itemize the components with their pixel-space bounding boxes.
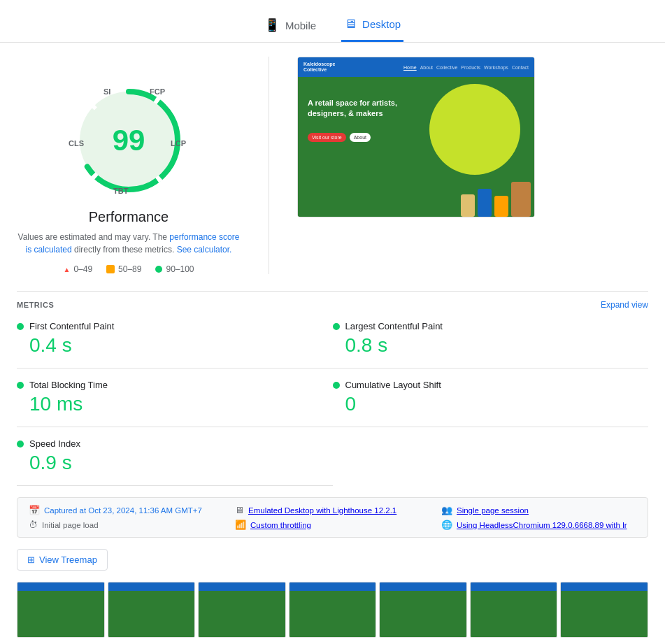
treemap-icon: ⊞	[27, 554, 35, 565]
mobile-icon: 📱	[264, 17, 280, 33]
sc-box-3	[494, 196, 508, 217]
score-legend: ▲ 0–49 50–89 90–100	[63, 264, 194, 274]
sc-body: A retail space for artists,designers, & …	[298, 77, 534, 217]
clock-icon: ⏱	[29, 520, 38, 530]
filmstrip-frame-5	[379, 582, 467, 638]
tab-desktop[interactable]: 🖥 Desktop	[341, 11, 403, 42]
metric-lcp-dot	[333, 323, 340, 330]
initial-load-text: Initial page load	[42, 521, 99, 529]
monitor-icon: 🖥	[235, 505, 244, 515]
main-content: SI FCP CLS LCP TBT	[0, 57, 665, 644]
view-treemap-button[interactable]: ⊞ View Treemap	[17, 549, 108, 571]
metric-tbt: Total Blocking Time 10 ms	[17, 368, 333, 427]
metric-fcp-name: First Contentful Paint	[29, 321, 114, 331]
sc-box-1	[461, 194, 475, 217]
info-emulated: 🖥 Emulated Desktop with Lighthouse 12.2.…	[235, 505, 430, 515]
legend-red-icon: ▲	[63, 266, 70, 273]
metric-si-dot	[17, 441, 24, 448]
sc-box-2	[478, 189, 492, 217]
metric-cls-name: Cumulative Layout Shift	[345, 380, 441, 390]
divider	[269, 57, 269, 274]
wifi-icon: 📶	[235, 520, 246, 530]
metric-cls-dot	[333, 382, 340, 389]
metric-cls: Cumulative Layout Shift 0	[333, 368, 649, 427]
sc-header: KaleidoscopeCollective Home About Collec…	[298, 57, 534, 77]
sc-btn-red: Visit our store	[308, 133, 346, 142]
sc-nav-products: Products	[461, 65, 480, 70]
metric-si: Speed Index 0.9 s	[17, 427, 333, 486]
tab-mobile[interactable]: 📱 Mobile	[262, 12, 319, 41]
sc-buttons: Visit our store About	[308, 133, 371, 142]
info-initial-load: ⏱ Initial page load	[29, 520, 224, 530]
filmstrip	[17, 582, 648, 638]
screenshot-preview: KaleidoscopeCollective Home About Collec…	[297, 57, 535, 217]
sc-headline: A retail space for artists,designers, & …	[308, 98, 397, 120]
metric-fcp-value: 0.4 s	[17, 334, 333, 357]
metric-si-value: 0.9 s	[17, 452, 333, 474]
metric-tbt-value: 10 ms	[17, 393, 333, 415]
gauge-score: 99	[113, 124, 145, 157]
sc-products	[461, 182, 531, 217]
metric-empty	[333, 427, 649, 486]
filmstrip-frame-1	[17, 582, 105, 638]
info-session: 👥 Single page session	[441, 505, 636, 515]
desktop-icon: 🖥	[344, 17, 357, 31]
sc-circle	[429, 84, 520, 175]
metrics-header: METRICS Expand view	[17, 291, 648, 310]
gauge-container: SI FCP CLS LCP TBT	[66, 78, 192, 203]
sc-nav-contact: Contact	[512, 65, 529, 70]
info-bar: 📅 Captured at Oct 23, 2024, 11:36 AM GMT…	[17, 497, 648, 538]
view-treemap-label: View Treemap	[39, 554, 97, 565]
legend-average: 50–89	[106, 264, 141, 274]
metric-fcp-dot	[17, 323, 24, 330]
performance-title: Performance	[89, 209, 169, 225]
metric-cls-value: 0	[333, 393, 649, 415]
info-captured: 📅 Captured at Oct 23, 2024, 11:36 AM GMT…	[29, 505, 224, 515]
screenshot-inner: KaleidoscopeCollective Home About Collec…	[298, 57, 534, 217]
captured-text: Captured at Oct 23, 2024, 11:36 AM GMT+7	[44, 506, 202, 515]
sc-box-4	[511, 182, 531, 217]
info-throttling: 📶 Custom throttling	[235, 520, 430, 530]
legend-pass: 90–100	[155, 264, 194, 274]
filmstrip-frame-7	[560, 582, 648, 638]
browser-link[interactable]: Using HeadlessChromium 129.0.6668.89 wit…	[457, 521, 627, 529]
sc-nav-workshops: Workshops	[484, 65, 508, 70]
sc-nav: Home About Collective Products Workshops…	[403, 65, 529, 70]
info-browser: 🌐 Using HeadlessChromium 129.0.6668.89 w…	[441, 520, 636, 530]
score-section: SI FCP CLS LCP TBT	[17, 57, 648, 274]
sc-nav-about: About	[420, 65, 433, 70]
filmstrip-frame-4	[289, 582, 377, 638]
device-tabs: 📱 Mobile 🖥 Desktop	[0, 0, 665, 43]
filmstrip-frame-3	[198, 582, 286, 638]
see-calculator-link[interactable]: See calculator.	[177, 245, 232, 255]
session-link[interactable]: Single page session	[457, 506, 529, 515]
browser-icon: 🌐	[441, 520, 452, 530]
sc-btn-about: About	[350, 133, 371, 142]
metric-si-name: Speed Index	[29, 438, 80, 449]
metric-tbt-name: Total Blocking Time	[29, 380, 108, 390]
throttling-link[interactable]: Custom throttling	[250, 521, 311, 529]
metrics-grid: First Contentful Paint 0.4 s Largest Con…	[17, 310, 648, 486]
sc-nav-collective: Collective	[436, 65, 457, 70]
metric-lcp-value: 0.8 s	[333, 334, 649, 357]
sc-nav-home: Home	[403, 65, 417, 70]
legend-fail: ▲ 0–49	[63, 264, 92, 274]
person-icon: 👥	[441, 505, 452, 515]
metric-lcp-name: Largest Contentful Paint	[345, 321, 443, 331]
sc-logo: KaleidoscopeCollective	[303, 62, 336, 72]
metric-lcp: Largest Contentful Paint 0.8 s	[333, 310, 649, 368]
expand-view-button[interactable]: Expand view	[601, 300, 648, 310]
legend-orange-icon	[106, 265, 115, 273]
calendar-icon: 📅	[29, 505, 40, 515]
filmstrip-frame-6	[470, 582, 558, 638]
metric-tbt-dot	[17, 382, 24, 389]
performance-note: Values are estimated and may vary. The p…	[17, 231, 241, 256]
metric-fcp: First Contentful Paint 0.4 s	[17, 310, 333, 368]
legend-green-icon	[155, 266, 162, 273]
emulated-link[interactable]: Emulated Desktop with Lighthouse 12.2.1	[248, 506, 396, 515]
metrics-label: METRICS	[17, 301, 54, 309]
filmstrip-frame-2	[108, 582, 196, 638]
gauge-area: SI FCP CLS LCP TBT	[17, 57, 241, 274]
